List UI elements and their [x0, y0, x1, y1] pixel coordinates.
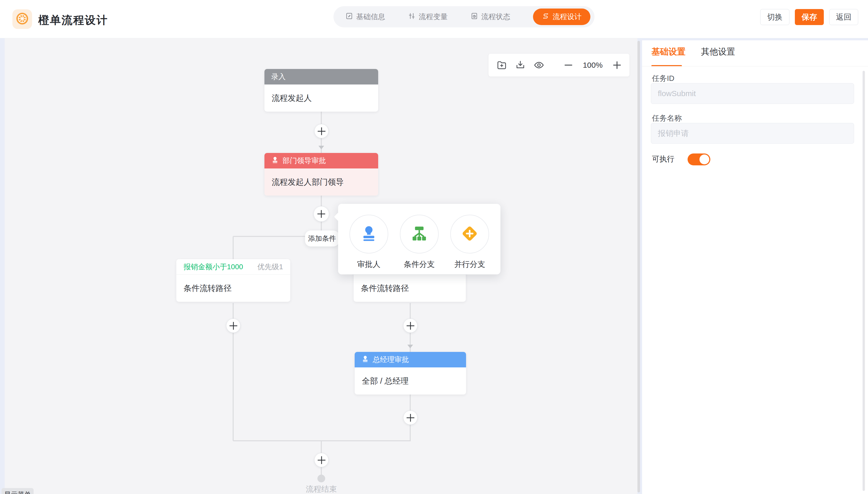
node-gm-approval[interactable]: 总经理审批 全部 / 总经理 — [355, 352, 466, 395]
connector — [233, 236, 234, 259]
add-node-button[interactable] — [226, 319, 240, 333]
download-icon[interactable] — [515, 59, 526, 71]
node-body-text: 流程发起人 — [272, 93, 312, 103]
node-title: 总经理审批 — [373, 355, 409, 364]
node-body-text: 流程发起人部门领导 — [272, 177, 344, 188]
stamp-icon — [360, 224, 378, 244]
node-body-text: 条件流转路径 — [361, 283, 409, 294]
popup-item-label: 并行分支 — [454, 259, 485, 270]
popup-item-label: 条件分支 — [404, 259, 435, 270]
node-dept-approval-header: 部门领导审批 — [264, 153, 378, 169]
back-button-label: 返回 — [836, 12, 851, 22]
node-type-popup: 审批人 条件分支 — [338, 204, 501, 274]
tooltip-label: 添加条件 — [308, 234, 336, 243]
condition-branch-circle — [400, 215, 439, 253]
save-button-label: 保存 — [801, 12, 817, 22]
tab-basic-settings[interactable]: 基础设置 — [652, 46, 685, 58]
tab-label: 流程设计 — [553, 12, 582, 22]
toggle-knob — [699, 154, 709, 164]
connector — [233, 440, 411, 441]
tab-label: 基础信息 — [356, 12, 385, 22]
node-condition-left-header: 报销金额小于1000 优先级1 — [176, 259, 290, 274]
app-logo — [13, 9, 32, 29]
node-start-header: 录入 — [264, 69, 378, 84]
settings-panel: 基础设置 其他设置 任务ID 任务名称 可执行 — [642, 40, 868, 494]
stamp-icon — [271, 156, 279, 166]
route-icon — [542, 12, 550, 22]
flow-end-dot — [317, 475, 325, 482]
node-gm-approval-body: 全部 / 总经理 — [355, 367, 466, 395]
orange-citrus-icon — [16, 12, 29, 26]
node-condition-left-body: 条件流转路径 — [176, 274, 290, 302]
tab-label: 基础设置 — [652, 47, 685, 56]
parallel-branch-circle — [450, 215, 489, 253]
tab-label: 流程状态 — [481, 12, 510, 22]
switch-button-label: 切换 — [767, 12, 783, 22]
task-name-input[interactable] — [651, 123, 854, 144]
zoom-level: 100% — [582, 61, 604, 70]
node-gm-approval-header: 总经理审批 — [355, 352, 466, 367]
doc-edit-icon — [345, 12, 353, 22]
tab-label: 流程变量 — [419, 12, 448, 22]
task-id-field-wrap — [651, 83, 854, 104]
flow-end-label: 流程结束 — [306, 484, 337, 494]
add-node-button[interactable] — [314, 124, 328, 138]
page-title: 橙单流程设计 — [38, 13, 108, 27]
tab-other-settings[interactable]: 其他设置 — [701, 46, 735, 58]
arrowhead — [318, 146, 324, 149]
tab-flow-variables[interactable]: 流程变量 — [408, 12, 448, 22]
tab-flow-design[interactable]: 流程设计 — [533, 8, 590, 25]
back-button[interactable]: 返回 — [829, 9, 858, 25]
popup-item-approver[interactable]: 审批人 — [343, 215, 394, 274]
add-node-button[interactable] — [314, 453, 328, 467]
tab-label: 其他设置 — [701, 47, 735, 56]
tab-flow-status[interactable]: 流程状态 — [470, 12, 510, 22]
node-condition-left[interactable]: 报销金额小于1000 优先级1 条件流转路径 — [176, 259, 290, 302]
doc-status-icon — [470, 12, 478, 22]
node-start[interactable]: 录入 流程发起人 — [264, 69, 378, 112]
task-name-label: 任务名称 — [652, 113, 682, 124]
add-node-button[interactable] — [403, 411, 417, 425]
stamp-icon — [361, 355, 369, 364]
branch-tree-icon — [410, 224, 429, 244]
show-menu-button[interactable]: 显示菜单 — [2, 488, 34, 494]
header-tab-bar: 基础信息 流程变量 流程状态 — [334, 6, 595, 27]
node-start-body: 流程发起人 — [264, 84, 378, 112]
diamond-plus-icon — [460, 224, 479, 244]
new-folder-icon[interactable] — [496, 59, 507, 71]
task-id-label: 任务ID — [652, 73, 674, 84]
panel-divider — [642, 66, 868, 66]
popup-item-condition-branch[interactable]: 条件分支 — [394, 215, 444, 274]
add-node-button-active[interactable] — [314, 206, 329, 222]
task-id-input[interactable] — [651, 83, 854, 103]
zoom-out-icon[interactable] — [563, 59, 574, 71]
node-dept-approval[interactable]: 部门领导审批 流程发起人部门领导 — [264, 153, 378, 195]
approver-circle — [350, 215, 388, 253]
task-name-field-wrap — [651, 123, 854, 144]
canvas-scrollbar[interactable] — [638, 41, 640, 492]
save-button[interactable]: 保存 — [795, 9, 824, 25]
panel-scrollbar[interactable] — [863, 71, 865, 491]
arrowhead — [408, 345, 413, 348]
canvas-toolbar: 100% — [489, 54, 629, 76]
executable-label: 可执行 — [652, 154, 674, 164]
node-dept-approval-body: 流程发起人部门领导 — [264, 169, 378, 195]
node-body-text: 条件流转路径 — [184, 283, 232, 294]
executable-toggle[interactable] — [687, 153, 710, 165]
node-title: 录入 — [271, 72, 286, 82]
zoom-in-icon[interactable] — [611, 59, 622, 71]
flow-canvas[interactable]: 流程结束 录入 流程发起人 部门领导审批 流程发起人部门领导 报销 — [5, 38, 638, 494]
popup-item-label: 审批人 — [357, 259, 380, 270]
add-node-button[interactable] — [403, 319, 417, 333]
app-header: 橙单流程设计 基础信息 流程变量 — [0, 0, 868, 38]
condition-priority: 优先级1 — [257, 262, 283, 272]
show-menu-label: 显示菜单 — [4, 490, 31, 494]
tab-basic-info[interactable]: 基础信息 — [345, 12, 385, 22]
popup-item-parallel-branch[interactable]: 并行分支 — [445, 215, 495, 274]
condition-title: 报销金额小于1000 — [184, 262, 243, 272]
switch-button[interactable]: 切换 — [760, 9, 789, 25]
preview-eye-icon[interactable] — [533, 59, 544, 71]
add-condition-tooltip[interactable]: 添加条件 — [305, 230, 339, 246]
sliders-icon — [408, 12, 416, 22]
node-body-text: 全部 / 总经理 — [362, 376, 409, 386]
